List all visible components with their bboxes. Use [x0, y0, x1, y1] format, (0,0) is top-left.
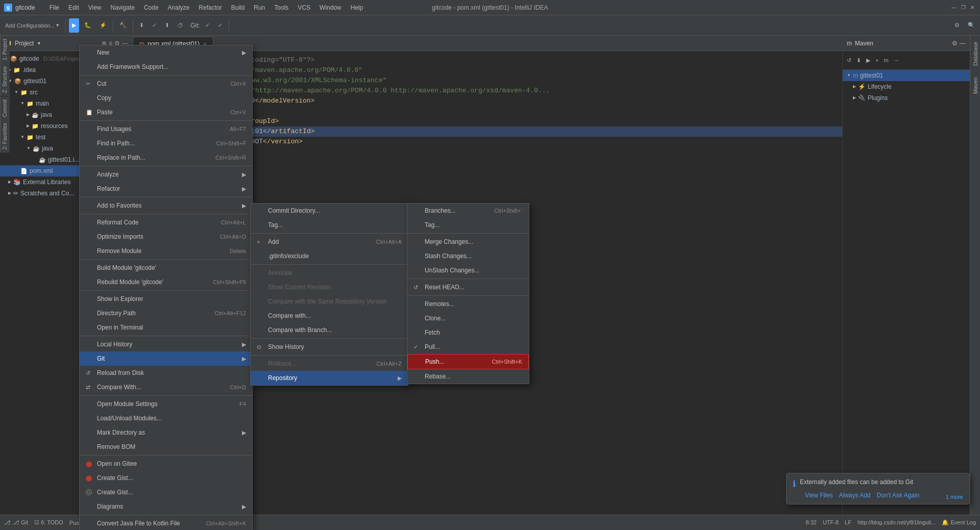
project-dropdown-icon[interactable]: ▾ [38, 40, 40, 46]
ctx-show-explorer[interactable]: Show in Explorer [80, 292, 252, 306]
ctx-open-terminal[interactable]: Open in Terminal [80, 320, 252, 335]
maven-m-button[interactable]: m [881, 53, 890, 67]
run-configurations-button[interactable]: Add Configuration... ▾ [2, 18, 62, 33]
ctx-git-compare-same-repo[interactable]: Compare with the Same Repository Version [251, 294, 408, 309]
ctx-new[interactable]: New ▶ [80, 45, 252, 60]
ctx-repo-fetch[interactable]: Fetch [407, 325, 529, 340]
git-update-button[interactable]: ⬇ [136, 18, 147, 33]
ctx-compare-with[interactable]: ⇄Compare With... Ctrl+D [80, 380, 252, 394]
status-line-sep[interactable]: LF [845, 519, 851, 526]
notification-more[interactable]: 1 more [946, 494, 963, 500]
ctx-rebuild-module[interactable]: Rebuild Module 'gitcode' Ctrl+Shift+F9 [80, 275, 252, 289]
vtab-z-structure[interactable]: Z: Structure [0, 63, 10, 96]
ctx-git[interactable]: Git ▶ [80, 351, 252, 366]
ctx-add-favorites[interactable]: Add to Favorites ▶ [80, 198, 252, 213]
notification-view-files[interactable]: View Files [805, 492, 832, 499]
ctx-repo-pull[interactable]: ✓Pull... [407, 340, 529, 354]
ctx-git-show-revision[interactable]: Show Current Revision [251, 280, 408, 294]
git-checkmark-button[interactable]: ✓ [215, 18, 226, 33]
menu-item-tools[interactable]: Tools [270, 3, 292, 13]
ctx-load-unload[interactable]: Load/Unload Modules... [80, 411, 252, 425]
maven-arrow-button[interactable]: → [892, 53, 901, 67]
status-file-type[interactable]: http://blog.csdn.net/yl91linguli... [857, 519, 936, 526]
status-todo[interactable]: ☑ 6: TODO [34, 519, 63, 526]
ctx-repo-clone[interactable]: Clone... [407, 311, 529, 325]
ctx-copy[interactable]: Copy [80, 91, 252, 105]
ctx-git-commit-dir[interactable]: Commit Directory... [251, 204, 408, 218]
status-git[interactable]: ⎇ ⎇ Git [4, 519, 28, 526]
ctx-optimize-imports[interactable]: Optimize Imports Ctrl+Alt+O [80, 230, 252, 244]
menu-item-window[interactable]: Window [315, 3, 346, 13]
git-history-button[interactable]: ⏱ [175, 18, 186, 33]
ctx-repo-branches[interactable]: Branches... Ctrl+Shift+` [407, 204, 529, 218]
maven-settings-button[interactable]: ⚙ [952, 40, 958, 47]
ctx-reformat-code[interactable]: Reformat Code Ctrl+Alt+L [80, 215, 252, 230]
ctx-repo-stash[interactable]: Stash Changes... [407, 249, 529, 263]
profile-button[interactable]: ⚡ [96, 18, 110, 33]
menu-item-navigate[interactable]: Navigate [107, 3, 139, 13]
minimize-button[interactable]: — [950, 4, 958, 11]
maven-vtab[interactable]: Maven [971, 73, 980, 98]
ctx-diagrams[interactable]: Diagrams ▶ [80, 499, 252, 514]
maven-run-button[interactable]: ▶ [864, 53, 872, 67]
notification-dont-ask[interactable]: Don't Ask Again [877, 492, 920, 499]
vtab-1-project[interactable]: 1: Project [0, 36, 10, 63]
status-event-log[interactable]: 🔔 Event Log [942, 519, 976, 526]
ctx-git-compare-branch[interactable]: Compare with Branch... [251, 323, 408, 337]
ctx-git-tag[interactable]: Tag... [251, 218, 408, 232]
git-check-button[interactable]: ✓ [202, 18, 213, 33]
ctx-create-gist1[interactable]: ⬤Create Gist... [80, 471, 252, 485]
ctx-create-gist2[interactable]: GCreate Gist... [80, 485, 252, 499]
menu-item-file[interactable]: File [45, 3, 63, 13]
menu-item-code[interactable]: Code [140, 3, 163, 13]
ctx-repo-unstash[interactable]: UnStash Changes... [407, 263, 529, 277]
git-commit-button[interactable]: ✓ [149, 18, 160, 33]
vtab-commit[interactable]: Commit [0, 96, 10, 120]
ctx-reload-from-disk[interactable]: ↺Reload from Disk [80, 366, 252, 380]
database-tab[interactable]: Database [971, 38, 980, 70]
ctx-build-module[interactable]: Build Module 'gitcode' [80, 261, 252, 275]
ctx-repo-merge[interactable]: Merge Changes... [407, 235, 529, 249]
ctx-local-history[interactable]: Local History ▶ [80, 337, 252, 351]
notification-always-add[interactable]: Always Add [839, 492, 870, 499]
ctx-git-annotate[interactable]: Annotate [251, 266, 408, 280]
ctx-find-usages[interactable]: Find Usages Alt+F7 [80, 122, 252, 136]
ctx-mark-directory[interactable]: Mark Directory as ▶ [80, 425, 252, 440]
maven-tree-item-plugins[interactable]: ▶ 🔌 Plugins [843, 92, 970, 104]
maven-minimize-button[interactable]: — [960, 40, 966, 47]
status-line-col[interactable]: 8:32 [805, 519, 816, 526]
debug-button[interactable]: 🐛 [81, 18, 94, 33]
menu-item-analyze[interactable]: Analyze [164, 3, 194, 13]
ctx-open-module-settings[interactable]: Open Module Settings F4 [80, 397, 252, 411]
menu-item-help[interactable]: Help [347, 3, 368, 13]
ctx-git-gitinfo[interactable]: .gitinfo/exclude [251, 249, 408, 263]
ctx-analyze[interactable]: Analyze ▶ [80, 167, 252, 182]
menu-item-view[interactable]: View [84, 3, 106, 13]
context-menu-primary[interactable]: New ▶ Add Framework Support... ✂Cut Ctrl… [79, 45, 253, 530]
menu-item-refactor[interactable]: Refactor [194, 3, 226, 13]
maven-download-button[interactable]: ⬇ [854, 53, 863, 67]
ctx-repo-remotes[interactable]: Remotes... [407, 297, 529, 311]
ctx-open-gitee[interactable]: ⬤Open on Gitee [80, 457, 252, 471]
ctx-remove-bom[interactable]: Remove BOM [80, 440, 252, 454]
ctx-git-show-history[interactable]: ⊙Show History [251, 340, 408, 354]
git-push-button[interactable]: ⬆ [162, 18, 173, 33]
ctx-git-repository[interactable]: Repository ▶ [251, 371, 408, 385]
ctx-cut[interactable]: ✂Cut Ctrl+X [80, 77, 252, 91]
menu-item-run[interactable]: Run [250, 3, 269, 13]
ctx-repo-rebase[interactable]: Rebase... [407, 369, 529, 384]
ctx-git-rollback[interactable]: Rollback... Ctrl+Alt+Z [251, 357, 408, 371]
ctx-convert-kotlin[interactable]: Convert Java File to Kotlin File Ctrl+Al… [80, 516, 252, 530]
maven-tree-item-lifecycle[interactable]: ▶ ⚡ Lifecycle [843, 81, 970, 92]
context-menu-repository[interactable]: Branches... Ctrl+Shift+` Tag... Merge Ch… [407, 203, 529, 384]
ctx-repo-push[interactable]: Push... Ctrl+Shift+K [407, 354, 529, 369]
maven-tree-item-gittest01[interactable]: ▼ m gittest01 [843, 70, 970, 81]
menu-item-edit[interactable]: Edit [64, 3, 83, 13]
ctx-add-framework[interactable]: Add Framework Support... [80, 60, 252, 74]
ctx-git-add[interactable]: +Add Ctrl+Alt+A [251, 235, 408, 249]
ctx-find-in-path[interactable]: Find in Path... Ctrl+Shift+F [80, 136, 252, 150]
context-menu-git[interactable]: Commit Directory... Tag... +Add Ctrl+Alt… [250, 203, 408, 386]
ctx-dir-path[interactable]: Directory Path Ctrl+Alt+F12 [80, 306, 252, 320]
status-encoding[interactable]: UTF-8 [823, 519, 839, 526]
search-everywhere-button[interactable]: 🔍 [965, 18, 978, 33]
